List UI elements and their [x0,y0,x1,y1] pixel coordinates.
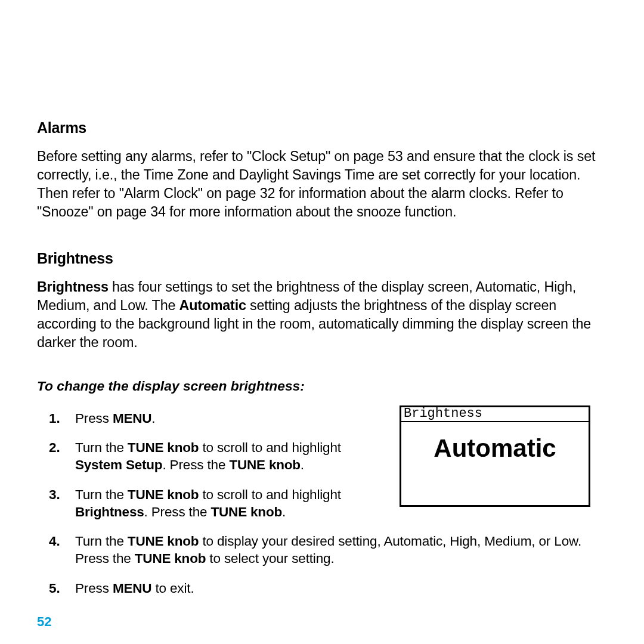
brightness-intro: Brightness has four settings to set the … [37,278,601,352]
brightness-heading: Brightness [37,250,601,267]
page-number: 52 [37,614,51,630]
step-5: Press MENU to exit. [75,580,601,597]
step-4: Turn the TUNE knob to display your desir… [75,532,601,568]
illustration-value: Automatic [401,422,589,463]
manual-page: Alarms Before setting any alarms, refer … [0,0,644,644]
brightness-subhead: To change the display screen brightness: [37,378,601,394]
illustration-title: Brightness [401,407,589,422]
alarms-body: Before setting any alarms, refer to "Clo… [37,147,601,221]
alarms-heading: Alarms [37,119,601,137]
brightness-display-illustration: Brightness Automatic [400,405,590,507]
